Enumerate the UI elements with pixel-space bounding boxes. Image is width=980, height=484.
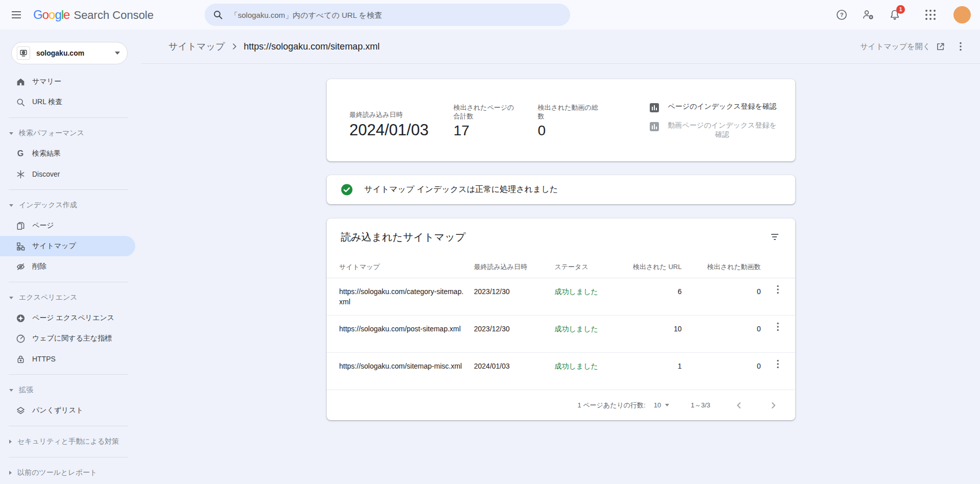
sidebar-item-page-experience[interactable]: ページ エクスペリエンス bbox=[0, 308, 141, 328]
cell-last-read: 2023/12/30 bbox=[474, 278, 555, 297]
previous-page-icon[interactable] bbox=[733, 399, 745, 412]
table-pagination: 1 ページあたりの行数: 10 1～3/3 bbox=[327, 390, 795, 420]
row-more-options-icon[interactable] bbox=[761, 316, 795, 331]
cell-discovered-videos: 0 bbox=[682, 353, 761, 371]
breadcrumb-sitemaps-link[interactable]: サイトマップ bbox=[168, 40, 225, 53]
sidebar-divider bbox=[9, 282, 128, 282]
sitemap-icon bbox=[15, 241, 26, 251]
breadcrumb-separator-icon bbox=[232, 43, 237, 50]
google-g-icon: G bbox=[15, 149, 26, 159]
column-header-status[interactable]: ステータス bbox=[555, 255, 622, 272]
table-row[interactable]: https://sologaku.com/sitemap-misc.xml 20… bbox=[327, 353, 795, 390]
sitemap-summary-card: 最終読み込み日時 2024/01/03 検出されたページの合計数 17 検出され… bbox=[327, 79, 795, 161]
chevron-down-icon bbox=[9, 132, 13, 135]
url-prefix-property-icon bbox=[17, 46, 30, 60]
sidebar-item-summary[interactable]: サマリー bbox=[0, 71, 141, 92]
sidebar-item-pages[interactable]: ページ bbox=[0, 215, 141, 236]
layers-icon bbox=[15, 405, 26, 416]
sidebar-item-search-results[interactable]: G 検索結果 bbox=[0, 143, 141, 164]
pages-icon bbox=[15, 221, 26, 231]
speedometer-icon bbox=[15, 333, 26, 344]
sidebar-item-discover[interactable]: Discover bbox=[0, 164, 141, 184]
row-more-options-icon[interactable] bbox=[761, 353, 795, 369]
rows-per-page-select[interactable]: 10 bbox=[654, 401, 669, 409]
cell-status: 成功しました bbox=[555, 353, 622, 371]
column-header-last-read[interactable]: 最終読み込み日時 bbox=[474, 255, 555, 272]
summary-stats: 最終読み込み日時 2024/01/03 検出されたページの合計数 17 検出され… bbox=[350, 102, 780, 139]
chevron-down-icon bbox=[665, 404, 669, 406]
chevron-down-icon bbox=[9, 204, 13, 207]
cell-sitemap-url[interactable]: https://sologaku.com/sitemap-misc.xml bbox=[339, 353, 474, 371]
chevron-down-icon bbox=[9, 297, 13, 299]
open-sitemap-button[interactable]: サイトマップを開く bbox=[860, 42, 945, 52]
sidebar-item-url-inspection[interactable]: URL 検査 bbox=[0, 92, 141, 112]
google-wordmark: Google bbox=[33, 8, 69, 22]
sidebar-divider bbox=[9, 457, 128, 457]
top-app-bar: Google Search Console ? 1 bbox=[0, 0, 980, 30]
see-page-indexing-link[interactable]: ページのインデックス登録を確認 bbox=[650, 102, 780, 112]
app-logo: Google Search Console bbox=[33, 8, 154, 22]
notifications-bell-icon[interactable]: 1 bbox=[888, 8, 901, 21]
sidebar-section-indexing[interactable]: インデックス作成 bbox=[0, 195, 141, 215]
sidebar-nav: サマリー URL 検査 検索パフォーマンス G 検索結果 Discover bbox=[0, 71, 141, 484]
sidebar-section-experience[interactable]: エクスペリエンス bbox=[0, 287, 141, 308]
sidebar-item-breadcrumbs[interactable]: パンくずリスト bbox=[0, 400, 141, 421]
breadcrumb-current-url: https://sologaku.com/sitemap.xml bbox=[244, 41, 380, 52]
home-icon bbox=[15, 77, 26, 87]
main-content: サイトマップ https://sologaku.com/sitemap.xml … bbox=[141, 30, 980, 484]
table-row[interactable]: https://sologaku.com/category-sitemap.xm… bbox=[327, 278, 795, 316]
column-header-sitemap[interactable]: サイトマップ bbox=[339, 255, 474, 272]
status-banner: サイトマップ インデックスは正常に処理されました bbox=[327, 175, 795, 204]
column-header-discovered-videos[interactable]: 検出された動画数 bbox=[682, 255, 761, 272]
rows-per-page-label: 1 ページあたりの行数: bbox=[577, 401, 645, 410]
content-area: 最終読み込み日時 2024/01/03 検出されたページの合計数 17 検出され… bbox=[141, 64, 980, 484]
row-more-options-icon[interactable] bbox=[761, 278, 795, 294]
index-coverage-links: ページのインデックス登録を確認 動画ページのインデックス登録を確認 bbox=[650, 102, 780, 139]
table-card-header: 読み込まれたサイトマップ bbox=[327, 219, 795, 255]
lock-icon bbox=[15, 354, 26, 364]
bar-chart-icon bbox=[650, 122, 659, 131]
table-row[interactable]: https://sologaku.com/post-sitemap.xml 20… bbox=[327, 316, 795, 353]
sidebar-divider bbox=[9, 189, 128, 190]
sidebar-item-core-web-vitals[interactable]: ウェブに関する主な指標 bbox=[0, 328, 141, 349]
user-settings-icon[interactable] bbox=[862, 8, 875, 21]
account-avatar[interactable] bbox=[953, 6, 971, 23]
sidebar-item-removals[interactable]: 削除 bbox=[0, 256, 141, 277]
next-page-icon[interactable] bbox=[768, 399, 780, 412]
table-header-row: サイトマップ 最終読み込み日時 ステータス 検出された URL 検出された動画数 bbox=[327, 255, 795, 278]
page-experience-icon bbox=[15, 313, 26, 323]
filter-icon[interactable] bbox=[769, 231, 781, 243]
check-circle-icon bbox=[340, 183, 353, 196]
status-message: サイトマップ インデックスは正常に処理されました bbox=[364, 184, 558, 195]
sidebar: sologaku.com サマリー URL 検査 検索パフォーマンス G 検索結… bbox=[0, 30, 141, 484]
sidebar-section-security[interactable]: セキュリティと手動による対策 bbox=[0, 431, 141, 452]
hamburger-menu-icon[interactable] bbox=[9, 8, 23, 22]
sidebar-item-sitemaps[interactable]: サイトマップ bbox=[0, 236, 135, 256]
chevron-down-icon bbox=[115, 52, 120, 55]
google-apps-grid-icon[interactable] bbox=[924, 8, 937, 21]
sidebar-section-enhancements[interactable]: 拡張 bbox=[0, 380, 141, 400]
external-link-icon bbox=[936, 42, 945, 52]
search-input[interactable] bbox=[230, 11, 562, 19]
cell-discovered-videos: 0 bbox=[682, 316, 761, 334]
url-inspection-searchbar[interactable] bbox=[205, 4, 570, 26]
sidebar-divider bbox=[9, 117, 128, 118]
cell-sitemap-url[interactable]: https://sologaku.com/post-sitemap.xml bbox=[339, 316, 474, 334]
cell-last-read: 2023/12/30 bbox=[474, 316, 555, 334]
pagination-range: 1～3/3 bbox=[691, 401, 710, 410]
page-actions: サイトマップを開く bbox=[860, 40, 967, 53]
search-icon bbox=[15, 97, 26, 107]
cell-discovered-urls: 6 bbox=[622, 278, 682, 297]
cell-sitemap-url[interactable]: https://sologaku.com/category-sitemap.xm… bbox=[339, 278, 474, 307]
column-header-discovered-urls[interactable]: 検出された URL bbox=[622, 255, 682, 272]
more-options-icon[interactable] bbox=[954, 40, 967, 53]
see-video-indexing-link[interactable]: 動画ページのインデックス登録を確認 bbox=[650, 120, 780, 139]
help-icon[interactable]: ? bbox=[835, 8, 848, 21]
sidebar-section-legacy-tools[interactable]: 以前のツールとレポート bbox=[0, 463, 141, 483]
search-icon bbox=[213, 10, 223, 20]
cell-discovered-videos: 0 bbox=[682, 278, 761, 297]
property-selector[interactable]: sologaku.com bbox=[11, 42, 128, 64]
sidebar-section-search-performance[interactable]: 検索パフォーマンス bbox=[0, 123, 141, 143]
sidebar-divider bbox=[9, 374, 128, 375]
sidebar-item-https[interactable]: HTTPS bbox=[0, 349, 141, 369]
